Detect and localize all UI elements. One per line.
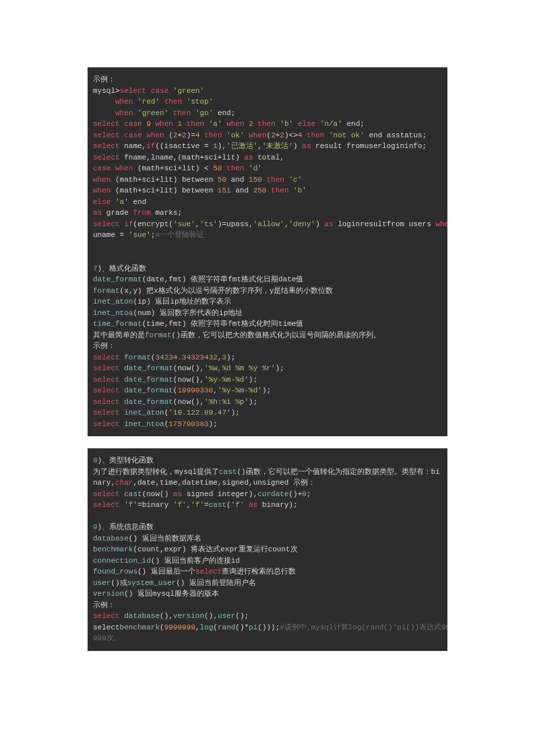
code-token: database bbox=[124, 612, 160, 620]
code-token: ); bbox=[231, 409, 240, 417]
code-token: '未激活' bbox=[262, 142, 293, 150]
code-token: loginresultfrom users bbox=[334, 220, 436, 228]
code-token: 为了进行数据类型转化，mysql提供了 bbox=[93, 468, 219, 476]
code-line: select case 9 when 1 then 'a' when 2 the… bbox=[93, 118, 442, 130]
code-token: mysql> bbox=[93, 87, 120, 95]
code-token: (encrypt( bbox=[133, 220, 172, 228]
code-token: then bbox=[271, 186, 288, 195]
code-token: binary); bbox=[257, 501, 297, 509]
code-token: inet_aton bbox=[93, 298, 133, 306]
code-token: select bbox=[93, 220, 120, 228]
code-token: select bbox=[93, 386, 120, 394]
code-token: 7 bbox=[93, 265, 98, 273]
code-token: select bbox=[93, 153, 120, 162]
code-token: 'go' bbox=[195, 109, 213, 117]
code-token: case bbox=[151, 87, 168, 95]
code-token: 'd' bbox=[249, 164, 262, 172]
code-line: uname = 'sue';#一个登陆验证 bbox=[93, 230, 442, 241]
code-token: select bbox=[93, 420, 120, 428]
code-token: (count,expr) 将表达式expr重复运行count次 bbox=[133, 545, 297, 553]
code-token: else bbox=[298, 120, 315, 128]
code-token: select bbox=[93, 623, 120, 631]
code-token: (num) 返回数字所代表的ip地址 bbox=[133, 309, 243, 317]
code-token bbox=[168, 109, 173, 117]
code-token: (math+sci+lit) between bbox=[111, 176, 217, 184]
code-token: ( bbox=[164, 131, 173, 139]
code-token: ()+ bbox=[288, 490, 302, 498]
code-token: )、类型转化函数 bbox=[98, 456, 154, 465]
code-line: 示例： bbox=[93, 74, 442, 85]
code-token: as bbox=[244, 153, 253, 162]
code-token: 'sue' bbox=[129, 231, 151, 239]
code-token: 9 bbox=[93, 523, 98, 531]
code-token: 'deny' bbox=[289, 220, 316, 228]
code-token: inet_aton bbox=[124, 409, 164, 417]
code-line: inet_aton(ip) 返回ip地址的数字表示 bbox=[93, 296, 442, 308]
code-token: from bbox=[133, 209, 150, 217]
code-token bbox=[293, 120, 298, 128]
code-token: 9999999 bbox=[164, 623, 195, 631]
code-token: when bbox=[155, 120, 172, 128]
code-token: cast bbox=[124, 490, 141, 498]
code-token: () 返回最后一个 bbox=[137, 568, 195, 576]
code-token: 示例： bbox=[93, 601, 115, 609]
code-token: 示例： bbox=[93, 75, 115, 83]
code-token: , bbox=[284, 220, 289, 228]
code-token bbox=[302, 131, 307, 139]
code-line: inet_ntoa(num) 返回数字所代表的ip地址 bbox=[93, 308, 442, 319]
code-token: when bbox=[93, 186, 111, 195]
code-token: 34234.34323432 bbox=[155, 353, 217, 362]
code-token: marks; bbox=[151, 209, 182, 217]
code-token: ( bbox=[226, 501, 231, 509]
code-token: 8 bbox=[93, 456, 98, 465]
code-token: 151 bbox=[218, 186, 231, 195]
code-token: connection_id bbox=[93, 557, 151, 565]
code-token: () 返回mysql服务器的版本 bbox=[124, 590, 219, 598]
code-token: =binary bbox=[137, 501, 173, 509]
code-line: select date_format(now(),'%y-%m-%d'); bbox=[93, 374, 442, 386]
code-token: 'f' bbox=[173, 501, 187, 509]
code-line: as grade from marks; bbox=[93, 207, 442, 219]
code-token: case bbox=[124, 120, 141, 128]
code-token: date_format bbox=[124, 376, 173, 384]
code-token: and bbox=[226, 176, 249, 184]
code-token: 'ok' bbox=[226, 131, 244, 139]
code-token: cast bbox=[219, 468, 237, 476]
code-line: select name,if((isactive = 1),'已激活','未激活… bbox=[93, 141, 442, 152]
code-token: () 返回当前登陆用户名 bbox=[176, 579, 256, 587]
code-token: uname = bbox=[93, 231, 129, 239]
code-token bbox=[93, 109, 115, 117]
code-token: 19990330 bbox=[177, 386, 213, 394]
code-token: cast bbox=[209, 501, 226, 509]
code-token: ); bbox=[262, 386, 271, 394]
code-token: benchmark bbox=[120, 623, 160, 631]
code-token: found_rows bbox=[93, 568, 137, 576]
code-token: signed integer), bbox=[182, 490, 257, 498]
code-token: ); bbox=[209, 420, 218, 428]
code-line: 示例： bbox=[93, 341, 442, 352]
code-token: )、系统信息函数 bbox=[98, 523, 154, 531]
code-token: then bbox=[187, 120, 204, 128]
code-token: select bbox=[93, 501, 120, 509]
code-token: 'a' bbox=[115, 198, 129, 206]
code-token: '%y-%m-%d' bbox=[204, 376, 249, 384]
code-token: select bbox=[93, 612, 120, 620]
code-line: 7)、格式化函数 bbox=[93, 263, 442, 275]
code-line: select cast(now() as signed integer),cur… bbox=[93, 489, 442, 500]
code-token: case bbox=[93, 164, 111, 172]
code-line: found_rows() 返回最后一个select查询进行检索的总行数 bbox=[93, 566, 442, 578]
code-token: log bbox=[199, 623, 213, 631]
code-token: ()* bbox=[235, 623, 249, 631]
code-token: '%h:%i %p' bbox=[204, 398, 249, 406]
code-token: ; bbox=[307, 490, 311, 498]
code-token: 2 bbox=[249, 120, 253, 128]
code-token: format bbox=[93, 287, 120, 295]
code-token: 2 bbox=[182, 131, 187, 139]
code-token: version bbox=[93, 590, 124, 598]
code-token: '%y-%m-%d' bbox=[218, 386, 262, 394]
code-token: 2 bbox=[280, 131, 284, 139]
code-token: (now(), bbox=[173, 398, 204, 406]
code-token bbox=[182, 120, 187, 128]
code-token: select bbox=[195, 568, 222, 576]
code-line: select 'f'=binary 'f','f'=cast('f' as bi… bbox=[93, 500, 442, 511]
